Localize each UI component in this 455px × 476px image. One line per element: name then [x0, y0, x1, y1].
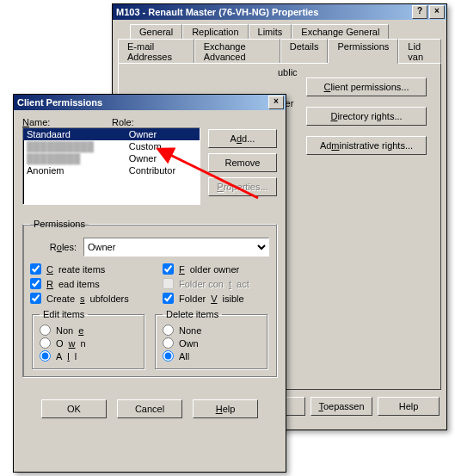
help-button[interactable]: Help [193, 399, 258, 418]
properties-titlebar: M103 - Renault Master (76-VH-NG) Propert… [113, 4, 446, 20]
close-icon[interactable]: × [429, 5, 445, 19]
folder-contact-checkbox: Folder contact [163, 278, 269, 289]
add-button[interactable]: Add... [208, 129, 277, 148]
administrative-rights-button[interactable]: Administrative rights... [306, 136, 427, 155]
delete-items-legend: Delete items [163, 309, 222, 319]
tab-permissions[interactable]: Permissions [328, 39, 398, 64]
tab-details[interactable]: Details [280, 39, 329, 64]
cancel-button[interactable]: Cancel [117, 399, 182, 418]
delete-items-group: Delete items None Own All [155, 309, 267, 369]
roles-select[interactable]: Owner [83, 238, 269, 257]
tab-limits[interactable]: Limits [249, 24, 292, 39]
list-row-blurred-1[interactable]: ██████████ Custom [23, 140, 200, 152]
directory-rights-button[interactable]: Directory rights... [306, 107, 427, 126]
edit-all-radio[interactable]: All [40, 350, 137, 362]
list-row-standaard[interactable]: Standaard Owner [23, 128, 200, 140]
remove-button[interactable]: Remove [208, 153, 277, 172]
apply-button[interactable]: Toepassen [311, 397, 372, 416]
edit-items-group: Edit items None Own All [32, 309, 144, 369]
role-column-label: Role: [112, 117, 201, 127]
folder-owner-checkbox[interactable]: Folder owner [163, 263, 269, 275]
tab-strip: General Replication Limits Exchange Gene… [113, 20, 446, 63]
name-column-label: Name: [22, 117, 112, 127]
permissions-listview[interactable]: Standaard Owner ██████████ Custom ██████… [22, 127, 200, 205]
delete-none-radio[interactable]: None [163, 325, 260, 336]
dialog-button-row: OK Cancel Help [14, 391, 286, 429]
panel-text-1: ublic [278, 67, 298, 77]
properties-title: M103 - Renault Master (76-VH-NG) Propert… [116, 7, 410, 17]
ok-button[interactable]: OK [41, 399, 107, 418]
tab-exchange-general[interactable]: Exchange General [292, 24, 389, 39]
tab-lid-van[interactable]: Lid van [398, 39, 441, 64]
help-button[interactable]: Help [378, 397, 440, 416]
read-items-checkbox[interactable]: Read items [30, 278, 137, 289]
permissions-legend: Permissions [30, 219, 89, 229]
delete-all-radio[interactable]: All [163, 350, 260, 362]
list-row-blurred-2[interactable]: ████████ Owner [23, 152, 200, 164]
client-permissions-dialog: Client Permissions × Name: Role: Standaa… [13, 94, 286, 473]
edit-none-radio[interactable]: None [40, 325, 137, 336]
client-permissions-title: Client Permissions [17, 97, 267, 108]
help-icon[interactable]: ? [412, 5, 427, 19]
close-icon[interactable]: × [268, 96, 284, 109]
list-row-anoniem[interactable]: Anoniem Contributor [23, 164, 200, 176]
roles-label: Roles: [30, 242, 77, 252]
properties-button: Properties... [208, 177, 277, 196]
client-permissions-titlebar: Client Permissions × [14, 95, 286, 110]
tab-replication[interactable]: Replication [182, 24, 248, 39]
client-permissions-button[interactable]: Client permissions... [306, 77, 427, 96]
delete-own-radio[interactable]: Own [163, 337, 260, 349]
tab-email-addresses[interactable]: E-mail Addresses [118, 39, 194, 64]
edit-own-radio[interactable]: Own [40, 337, 137, 349]
tab-general[interactable]: General [130, 24, 182, 39]
tab-exchange-advanced[interactable]: Exchange Advanced [194, 39, 280, 64]
permissions-group: Permissions Roles: Owner Create items Re… [22, 219, 277, 377]
edit-items-legend: Edit items [40, 309, 88, 319]
create-items-checkbox[interactable]: Create items [30, 263, 137, 275]
folder-visible-checkbox[interactable]: Folder Visible [163, 293, 269, 304]
create-subfolders-checkbox[interactable]: Create subfolders [30, 293, 137, 304]
